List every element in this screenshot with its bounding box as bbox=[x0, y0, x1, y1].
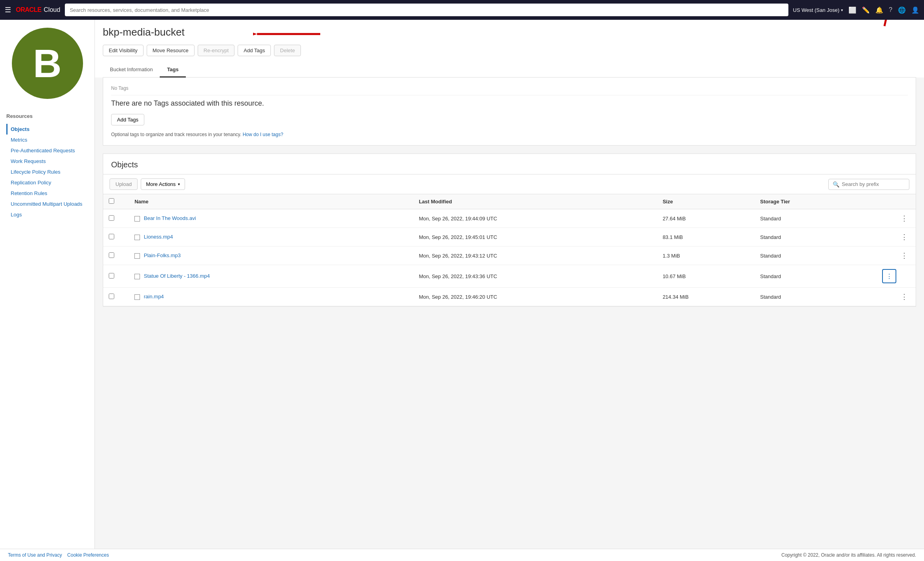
file-icon bbox=[134, 235, 140, 240]
sidebar: B Resources Objects Metrics Pre-Authenti… bbox=[0, 20, 95, 561]
row-modified-cell: Mon, Sep 26, 2022, 19:44:09 UTC bbox=[413, 209, 657, 228]
table-body: Bear In The Woods.avi Mon, Sep 26, 2022,… bbox=[103, 209, 916, 306]
row-name-cell: rain.mp4 bbox=[129, 288, 413, 306]
sidebar-item-objects[interactable]: Objects bbox=[6, 124, 88, 135]
objects-section: Objects Upload More Actions ▾ 🔍 bbox=[103, 154, 916, 307]
row-size-cell: 1.3 MiB bbox=[657, 246, 755, 265]
row-name-cell: Statue Of Liberty - 1366.mp4 bbox=[129, 265, 413, 288]
table-row: Bear In The Woods.avi Mon, Sep 26, 2022,… bbox=[103, 209, 916, 228]
sidebar-item-multipart[interactable]: Uncommitted Multipart Uploads bbox=[6, 199, 88, 209]
delete-button[interactable]: Delete bbox=[274, 45, 301, 56]
kebab-menu-button[interactable]: ⋮ bbox=[898, 292, 910, 302]
file-name-link[interactable]: Plain-Folks.mp3 bbox=[144, 252, 181, 258]
search-area: 🔍 bbox=[828, 179, 909, 190]
region-chevron-icon: ▾ bbox=[841, 8, 843, 12]
row-checkbox[interactable] bbox=[109, 215, 114, 221]
tags-section-wrapper: No Tags There are no Tags associated wit… bbox=[95, 78, 924, 315]
row-modified-cell: Mon, Sep 26, 2022, 19:43:36 UTC bbox=[413, 265, 657, 288]
sidebar-item-pre-auth[interactable]: Pre-Authenticated Requests bbox=[6, 145, 88, 156]
row-name-cell: Lioness.mp4 bbox=[129, 228, 413, 246]
row-action-cell: ⋮ bbox=[877, 265, 916, 288]
top-navigation: ☰ ORACLE Cloud US West (San Jose) ▾ ⬜ ✏️… bbox=[0, 0, 924, 20]
tags-help-text: Optional tags to organize and track reso… bbox=[111, 132, 908, 137]
header-size: Size bbox=[657, 194, 755, 209]
objects-toolbar: Upload More Actions ▾ 🔍 bbox=[103, 174, 916, 194]
table-row: Statue Of Liberty - 1366.mp4 Mon, Sep 26… bbox=[103, 265, 916, 288]
page-header: bkp-media-bucket bbox=[95, 20, 924, 78]
upload-button[interactable]: Upload bbox=[110, 178, 138, 190]
file-name-link[interactable]: Statue Of Liberty - 1366.mp4 bbox=[144, 273, 210, 279]
sidebar-item-retention[interactable]: Retention Rules bbox=[6, 188, 88, 199]
kebab-menu-button[interactable]: ⋮ bbox=[898, 213, 910, 224]
table-header: Name Last Modified Size Storage Tier bbox=[103, 194, 916, 209]
file-name-link[interactable]: Lioness.mp4 bbox=[144, 234, 173, 240]
row-select-cell bbox=[103, 265, 129, 288]
file-icon bbox=[134, 253, 140, 259]
cookie-link[interactable]: Cookie Preferences bbox=[67, 552, 109, 558]
edit-visibility-button[interactable]: Edit Visibility bbox=[103, 45, 144, 56]
kebab-menu-button[interactable]: ⋮ bbox=[898, 232, 910, 242]
content-area: bkp-media-bucket bbox=[95, 20, 924, 334]
user-icon[interactable]: 👤 bbox=[911, 6, 919, 14]
re-encrypt-button[interactable]: Re-encrypt bbox=[198, 45, 235, 56]
kebab-menu-highlighted[interactable]: ⋮ bbox=[882, 269, 896, 283]
search-prefix-input[interactable] bbox=[842, 181, 905, 187]
kebab-menu-button[interactable]: ⋮ bbox=[898, 250, 910, 261]
sidebar-item-lifecycle[interactable]: Lifecycle Policy Rules bbox=[6, 167, 88, 177]
file-name-link[interactable]: rain.mp4 bbox=[144, 294, 164, 299]
file-name-link[interactable]: Bear In The Woods.avi bbox=[144, 215, 196, 221]
no-tags-message: There are no Tags associated with this r… bbox=[111, 99, 908, 108]
region-label: US West (San Jose) bbox=[793, 7, 840, 13]
header-modified: Last Modified bbox=[413, 194, 657, 209]
row-checkbox[interactable] bbox=[109, 252, 114, 258]
row-action-cell: ⋮ bbox=[877, 209, 916, 228]
row-name-cell: Bear In The Woods.avi bbox=[129, 209, 413, 228]
add-tags-button[interactable]: Add Tags bbox=[111, 114, 144, 125]
row-checkbox[interactable] bbox=[109, 273, 114, 279]
cloud-shell-icon[interactable]: ⬜ bbox=[848, 6, 856, 14]
row-action-cell: ⋮ bbox=[877, 288, 916, 306]
main-wrapper: bkp-media-bucket bbox=[95, 20, 924, 561]
region-selector[interactable]: US West (San Jose) ▾ bbox=[793, 7, 843, 13]
row-tier-cell: Standard bbox=[754, 228, 876, 246]
row-checkbox[interactable] bbox=[109, 294, 114, 299]
tags-help-link[interactable]: How do I use tags? bbox=[243, 132, 283, 137]
sidebar-item-replication[interactable]: Replication Policy bbox=[6, 177, 88, 188]
row-size-cell: 214.34 MiB bbox=[657, 288, 755, 306]
tab-tags[interactable]: Tags bbox=[160, 63, 185, 78]
row-tier-cell: Standard bbox=[754, 209, 876, 228]
bucket-tabs: Bucket Information Tags bbox=[103, 63, 916, 78]
bell-icon[interactable]: 🔔 bbox=[875, 6, 883, 14]
row-name-cell: Plain-Folks.mp3 bbox=[129, 246, 413, 265]
footer-left: Terms of Use and Privacy Cookie Preferen… bbox=[8, 552, 109, 558]
cloud-text: Cloud bbox=[44, 6, 60, 13]
table-row: Plain-Folks.mp3 Mon, Sep 26, 2022, 19:43… bbox=[103, 246, 916, 265]
row-tier-cell: Standard bbox=[754, 246, 876, 265]
more-actions-button[interactable]: More Actions ▾ bbox=[141, 178, 185, 190]
add-tags-header-button[interactable]: Add Tags bbox=[238, 45, 271, 56]
move-resource-button[interactable]: Move Resource bbox=[147, 45, 195, 56]
avatar-letter: B bbox=[33, 44, 61, 83]
sidebar-item-work-requests[interactable]: Work Requests bbox=[6, 156, 88, 167]
row-select-cell bbox=[103, 246, 129, 265]
row-select-cell bbox=[103, 228, 129, 246]
more-actions-chevron-icon: ▾ bbox=[178, 182, 180, 186]
row-action-cell: ⋮ bbox=[877, 246, 916, 265]
edit-icon[interactable]: ✏️ bbox=[862, 6, 870, 14]
page-layout: B Resources Objects Metrics Pre-Authenti… bbox=[0, 20, 924, 561]
terms-link[interactable]: Terms of Use and Privacy bbox=[8, 552, 62, 558]
select-all-checkbox[interactable] bbox=[109, 198, 114, 204]
row-size-cell: 27.64 MiB bbox=[657, 209, 755, 228]
global-search-input[interactable] bbox=[65, 4, 788, 16]
tab-bucket-information[interactable]: Bucket Information bbox=[103, 63, 160, 78]
sidebar-item-metrics[interactable]: Metrics bbox=[6, 135, 88, 145]
globe-icon[interactable]: 🌐 bbox=[898, 6, 906, 14]
help-icon[interactable]: ? bbox=[889, 6, 892, 13]
sidebar-item-logs[interactable]: Logs bbox=[6, 209, 88, 220]
search-icon: 🔍 bbox=[833, 181, 839, 188]
bucket-title-row: bkp-media-bucket bbox=[103, 26, 916, 38]
row-modified-cell: Mon, Sep 26, 2022, 19:45:01 UTC bbox=[413, 228, 657, 246]
action-buttons: Edit Visibility Move Resource Re-encrypt… bbox=[103, 45, 916, 56]
hamburger-menu[interactable]: ☰ bbox=[5, 6, 11, 14]
row-checkbox[interactable] bbox=[109, 234, 114, 239]
